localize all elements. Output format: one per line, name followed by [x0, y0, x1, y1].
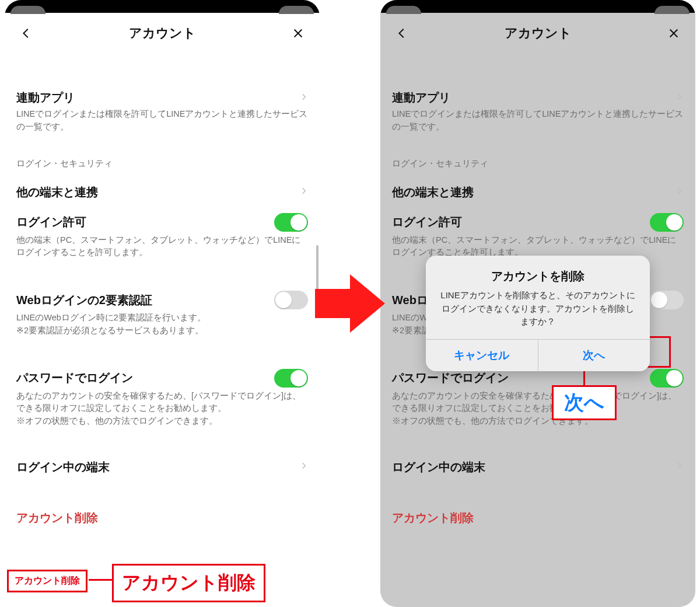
callout-delete-account-small: アカウント削除 — [7, 570, 88, 592]
page-title: アカウント — [412, 25, 664, 42]
callout-next-big: 次へ — [552, 385, 617, 420]
toggle-login-allow[interactable] — [274, 213, 308, 232]
row-linked-apps[interactable]: 連動アプリ — [16, 79, 308, 108]
row-title-delete: アカウント削除 — [16, 510, 98, 526]
toggle-web-2fa[interactable] — [650, 291, 684, 309]
row-title: 他の端末と連携 — [16, 184, 98, 200]
row-logged-in-devices[interactable]: ログイン中の端末 — [392, 449, 684, 477]
status-bar-notch — [5, 0, 320, 13]
back-icon[interactable] — [16, 23, 36, 43]
status-bar-notch — [380, 0, 695, 13]
dialog-next-button[interactable]: 次へ — [538, 340, 650, 371]
row-title: 他の端末と連携 — [392, 184, 474, 200]
row-desc: 他の端末（PC、スマートフォン、タブレット、ウォッチなど）でLINEにログインす… — [16, 234, 308, 268]
chevron-right-icon — [300, 186, 308, 198]
svg-marker-4 — [315, 274, 385, 333]
row-desc: あなたのアカウントの安全を確保するため、[パスワードでログイン]は、できる限りオ… — [16, 390, 308, 436]
row-title-delete: アカウント削除 — [392, 510, 474, 526]
callout-delete-account-big: アカウント削除 — [112, 564, 265, 602]
dialog-cancel-button[interactable]: キャンセル — [426, 340, 538, 371]
row-title: ログイン許可 — [16, 214, 86, 230]
row-desc: LINEのWebログイン時に2要素認証を行います。 ※2要素認証が必須となるサー… — [16, 312, 308, 346]
toggle-password-login[interactable] — [274, 369, 308, 388]
close-icon[interactable] — [288, 23, 308, 43]
toggle-web-2fa[interactable] — [274, 291, 308, 309]
row-web-2fa: Webログインの2要素認証 — [16, 280, 308, 312]
dialog-title: アカウントを削除 — [438, 268, 638, 284]
phone-screen-right: アカウント 連動アプリ LINEでログインまたは権限を許可してLINEアカウント… — [380, 0, 695, 607]
section-label-login-security: ログイン・セキュリティ — [392, 142, 684, 174]
chevron-right-icon — [300, 461, 308, 473]
chevron-right-icon — [300, 92, 308, 104]
chevron-right-icon — [676, 186, 684, 198]
row-desc: LINEでログインまたは権限を許可してLINEアカウントと連携したサービスの一覧… — [392, 108, 684, 142]
close-icon[interactable] — [664, 23, 684, 43]
confirm-dialog: アカウントを削除 LINEアカウントを削除すると、そのアカウントにログインできな… — [426, 256, 650, 371]
nav-header: アカウント — [5, 13, 320, 53]
settings-list: 連動アプリ LINEでログインまたは権限を許可してLINEアカウントと連携したサ… — [5, 53, 320, 540]
row-title: 連動アプリ — [392, 90, 450, 106]
connector-line — [89, 579, 112, 581]
row-title: パスワードでログイン — [16, 370, 133, 386]
nav-header: アカウント — [380, 13, 695, 53]
row-linked-apps[interactable]: 連動アプリ — [392, 79, 684, 108]
row-title: Webログインの2要素認証 — [16, 292, 152, 308]
row-desc: あなたのアカウントの安全を確保するため、[パスワードでログイン]は、できる限りオ… — [392, 390, 684, 436]
row-title: ログイン中の端末 — [16, 459, 110, 475]
row-title: ログイン許可 — [392, 214, 462, 230]
phone-screen-left: アカウント 連動アプリ LINEでログインまたは権限を許可してLINEアカウント… — [5, 0, 320, 607]
row-password-login: パスワードでログイン — [16, 358, 308, 390]
row-delete-account[interactable]: アカウント削除 — [16, 504, 308, 528]
chevron-right-icon — [676, 92, 684, 104]
row-title: 連動アプリ — [16, 90, 75, 106]
row-title: ログイン中の端末 — [392, 459, 485, 475]
dialog-message: LINEアカウントを削除すると、そのアカウントにログインできなくなります。アカウ… — [438, 289, 638, 329]
row-login-allow: ログイン許可 — [392, 203, 684, 234]
toggle-password-login[interactable] — [650, 369, 684, 388]
row-title: パスワードでログイン — [392, 370, 509, 386]
back-icon[interactable] — [392, 23, 412, 43]
row-delete-account[interactable]: アカウント削除 — [392, 504, 684, 528]
chevron-right-icon — [676, 461, 684, 473]
row-login-allow: ログイン許可 — [16, 203, 308, 234]
row-other-devices[interactable]: 他の端末と連携 — [392, 174, 684, 203]
page-title: アカウント — [36, 25, 288, 42]
row-logged-in-devices[interactable]: ログイン中の端末 — [16, 449, 308, 477]
row-desc: LINEでログインまたは権限を許可してLINEアカウントと連携したサービスの一覧… — [16, 108, 308, 142]
toggle-login-allow[interactable] — [650, 213, 684, 232]
row-other-devices[interactable]: 他の端末と連携 — [16, 174, 308, 203]
section-label-login-security: ログイン・セキュリティ — [16, 142, 308, 174]
transition-arrow-icon — [315, 271, 385, 336]
